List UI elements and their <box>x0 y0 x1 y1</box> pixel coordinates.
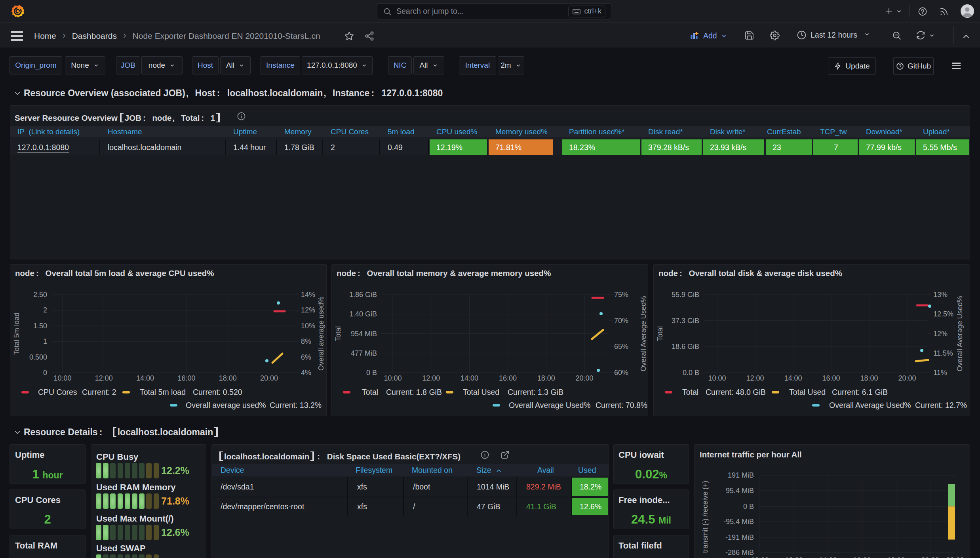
svg-text:191 MiB: 191 MiB <box>728 471 754 479</box>
svg-text:55.9 GiB: 55.9 GiB <box>672 291 699 299</box>
svg-text:-286 MiB: -286 MiB <box>725 548 754 556</box>
svg-text:10:00: 10:00 <box>751 556 769 558</box>
svg-text:14:00: 14:00 <box>819 556 837 558</box>
svg-text:Current: 0.520: Current: 0.520 <box>193 388 242 396</box>
svg-text:-95.4 MiB: -95.4 MiB <box>723 518 754 526</box>
svg-text:12:00: 12:00 <box>746 374 764 382</box>
svg-text:20:00: 20:00 <box>898 374 916 382</box>
svg-text:12:00: 12:00 <box>95 374 113 382</box>
svg-text:Current: 1.8 GiB: Current: 1.8 GiB <box>386 388 442 396</box>
svg-text:477 MiB: 477 MiB <box>351 349 377 357</box>
svg-text:0 B: 0 B <box>366 369 377 377</box>
svg-text:60%: 60% <box>614 369 628 377</box>
svg-text:14:00: 14:00 <box>461 374 478 382</box>
svg-text:14:00: 14:00 <box>784 374 802 382</box>
svg-text:0.500: 0.500 <box>29 353 47 361</box>
svg-text:Current: 48.0 GiB: Current: 48.0 GiB <box>706 388 766 396</box>
svg-text:Total 5m load: Total 5m load <box>13 312 21 355</box>
svg-text:Total: Total <box>334 326 342 341</box>
svg-text:1.40 GiB: 1.40 GiB <box>349 310 377 318</box>
svg-text:Total 5m load: Total 5m load <box>140 388 186 396</box>
svg-text:Overall Average Used%: Overall Average Used% <box>956 296 964 371</box>
svg-text:16:00: 16:00 <box>822 374 840 382</box>
svg-text:18:00: 18:00 <box>537 374 555 382</box>
svg-text:12%: 12% <box>301 306 315 314</box>
svg-text:Current: 70.8%: Current: 70.8% <box>596 401 647 409</box>
svg-text:Overall Average Used%: Overall Average Used% <box>639 296 647 371</box>
svg-text:4%: 4% <box>301 369 311 377</box>
svg-text:Current: 2: Current: 2 <box>82 388 116 396</box>
svg-text:16:00: 16:00 <box>499 374 517 382</box>
svg-text:10:00: 10:00 <box>53 374 71 382</box>
svg-text:20:00: 20:00 <box>921 556 939 558</box>
svg-text:Overall Average Used%: Overall Average Used% <box>509 401 591 409</box>
svg-text:Total: Total <box>682 388 698 396</box>
svg-text:14%: 14% <box>301 291 315 299</box>
svg-text:Total Used: Total Used <box>789 388 826 396</box>
svg-text:Current: 13.2%: Current: 13.2% <box>270 401 322 409</box>
svg-text:Current: 6.1 GiB: Current: 6.1 GiB <box>832 388 888 396</box>
svg-text:Total: Total <box>656 326 664 341</box>
svg-text:20:00: 20:00 <box>260 374 278 382</box>
svg-text:Current: 12.7%: Current: 12.7% <box>915 401 967 409</box>
svg-text:12%: 12% <box>933 330 948 338</box>
svg-text:13%: 13% <box>933 291 948 299</box>
svg-text:10%: 10% <box>301 322 315 330</box>
svg-text:1: 1 <box>43 337 47 345</box>
svg-text:6%: 6% <box>301 353 311 361</box>
svg-text:954 MiB: 954 MiB <box>351 330 377 338</box>
svg-text:11.5%: 11.5% <box>933 349 953 357</box>
svg-text:0.0 B: 0.0 B <box>683 369 699 377</box>
svg-text:2.50: 2.50 <box>33 291 47 299</box>
svg-text:16:00: 16:00 <box>853 556 871 558</box>
svg-text:1.86 GiB: 1.86 GiB <box>349 291 377 299</box>
svg-text:-191 MiB: -191 MiB <box>725 533 754 541</box>
svg-text:65%: 65% <box>614 343 628 350</box>
svg-text:70%: 70% <box>614 317 628 325</box>
svg-text:Total Used: Total Used <box>463 388 499 396</box>
svg-text:22:00: 22:00 <box>946 556 964 558</box>
svg-text:1.50: 1.50 <box>33 322 47 330</box>
svg-text:18:00: 18:00 <box>219 374 237 382</box>
svg-text:12.5%: 12.5% <box>933 310 953 318</box>
svg-text:Overall Average Used%: Overall Average Used% <box>829 401 911 409</box>
svg-text:18.6 GiB: 18.6 GiB <box>672 343 699 350</box>
svg-text:10:00: 10:00 <box>708 374 726 382</box>
svg-text:75%: 75% <box>614 291 628 299</box>
svg-text:0: 0 <box>43 369 47 377</box>
svg-text:16:00: 16:00 <box>177 374 195 382</box>
svg-text:14:00: 14:00 <box>136 374 154 382</box>
svg-text:18:00: 18:00 <box>887 556 905 558</box>
svg-text:CPU Cores: CPU Cores <box>38 388 77 396</box>
svg-text:20:00: 20:00 <box>575 374 593 382</box>
svg-text:95.4 MiB: 95.4 MiB <box>726 487 754 495</box>
svg-text:Current: 1.3 GiB: Current: 1.3 GiB <box>508 388 563 396</box>
svg-text:11%: 11% <box>933 369 947 377</box>
svg-text:Overall average used%: Overall average used% <box>317 297 325 371</box>
svg-text:18:00: 18:00 <box>860 374 878 382</box>
svg-text:8%: 8% <box>301 337 311 345</box>
svg-text:12:00: 12:00 <box>785 556 803 558</box>
svg-text:12:00: 12:00 <box>422 374 440 382</box>
svg-text:2: 2 <box>43 306 47 314</box>
svg-text:37.3 GiB: 37.3 GiB <box>672 317 699 325</box>
svg-text:transmit (-) /receive (+): transmit (-) /receive (+) <box>701 481 709 553</box>
svg-text:Overall average used%: Overall average used% <box>186 401 266 409</box>
svg-text:0 B: 0 B <box>743 503 754 510</box>
svg-text:10:00: 10:00 <box>384 374 402 382</box>
svg-text:Total: Total <box>362 388 378 396</box>
